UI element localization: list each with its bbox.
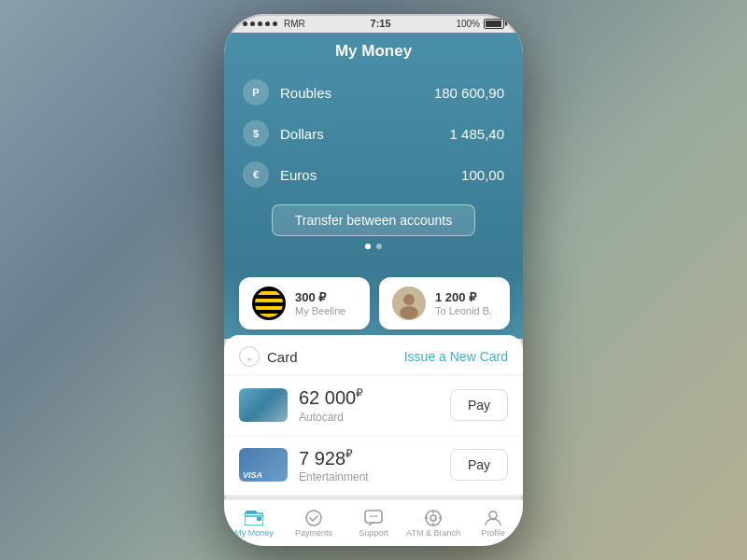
euros-amount: 100,00: [461, 167, 504, 183]
phone-shell: RMR 7:15 100% My Money P Roubles 180 600…: [224, 14, 523, 546]
quick-card-beeline[interactable]: 300 ₽ My Beeline: [239, 277, 370, 329]
quick-card-leonid[interactable]: 1 200 ₽ To Leonid B.: [379, 277, 510, 329]
screen: My Money P Roubles 180 600,90 $ Dollars …: [224, 33, 523, 546]
roubles-icon: P: [243, 79, 269, 105]
page-dot-2: [376, 244, 382, 249]
transfer-button-wrap: Transfer between accounts: [224, 204, 523, 236]
nav-item-support[interactable]: Support: [344, 510, 403, 538]
signal-dot-1: [243, 21, 247, 26]
entertainment-name: Entertainment: [299, 470, 439, 483]
page-indicator: [224, 244, 523, 249]
autocard-thumbnail: [239, 388, 288, 422]
issue-new-card-button[interactable]: Issue a New Card: [404, 349, 508, 364]
nav-item-payments[interactable]: Payments: [284, 510, 344, 538]
svg-point-11: [430, 515, 436, 521]
person-avatar-svg: [392, 287, 426, 320]
nav-label-atm: ATM & Branch: [406, 528, 460, 538]
signal-dot-5: [273, 21, 277, 26]
status-bar: RMR 7:15 100%: [224, 14, 523, 33]
carrier-label: RMR: [284, 19, 305, 29]
card-item-autocard: 62 000₽ Autocard Pay: [224, 375, 523, 436]
atm-icon: [423, 510, 444, 526]
svg-point-5: [306, 511, 321, 525]
chevron-down-icon[interactable]: ⌄: [239, 346, 260, 367]
card-header-left: ⌄ Card: [239, 346, 298, 367]
card-section: ⌄ Card Issue a New Card 62 000₽ Autocard…: [224, 335, 523, 496]
roubles-amount: 180 600,90: [434, 85, 504, 101]
support-icon: [363, 510, 384, 526]
top-section: My Money P Roubles 180 600,90 $ Dollars …: [224, 33, 523, 268]
svg-point-8: [373, 515, 374, 517]
entertainment-thumbnail: VISA: [239, 448, 288, 482]
bottom-navigation: My Money Payments: [224, 499, 523, 546]
svg-point-7: [370, 515, 372, 517]
leonid-label: To Leonid B.: [435, 305, 492, 316]
battery-icon: [484, 19, 504, 29]
nav-item-atm[interactable]: ATM & Branch: [403, 510, 463, 538]
page-title: My Money: [224, 42, 523, 61]
entertainment-amount: 7 928₽: [299, 447, 439, 469]
page-dot-1: [365, 244, 371, 249]
nav-label-profile: Profile: [481, 528, 505, 538]
visa-logo-text: VISA: [243, 470, 262, 480]
autocard-details: 62 000₽ Autocard: [299, 386, 439, 424]
person-avatar-icon: [392, 287, 426, 320]
nav-label-payments: Payments: [295, 528, 332, 538]
autocard-amount: 62 000₽: [299, 386, 439, 409]
quick-actions-row: 300 ₽ My Beeline 1 200 ₽ To Leonid B.: [224, 268, 523, 339]
autocard-name: Autocard: [299, 411, 439, 424]
nav-label-my-money: My Money: [234, 528, 274, 538]
profile-icon: [483, 510, 503, 526]
account-row-dollars: $ Dollars 1 485,40: [224, 113, 523, 154]
beeline-amount: 300 ₽: [295, 290, 345, 304]
card-section-label: Card: [267, 349, 298, 365]
account-row-euros: € Euros 100,00: [224, 154, 523, 195]
card-item-entertainment: VISA 7 928₽ Entertainment Pay: [224, 436, 523, 497]
dollars-icon: $: [243, 120, 269, 147]
svg-point-2: [400, 306, 418, 319]
transfer-between-accounts-button[interactable]: Transfer between accounts: [272, 204, 475, 236]
signal-dot-3: [258, 21, 262, 26]
leonid-info: 1 200 ₽ To Leonid B.: [435, 290, 492, 316]
signal-dot-4: [265, 21, 270, 26]
svg-rect-4: [257, 517, 261, 521]
nav-label-support: Support: [359, 528, 388, 538]
status-time: 7:15: [371, 18, 391, 29]
signal-dot-2: [250, 21, 255, 26]
status-right: 100%: [456, 19, 504, 29]
payments-icon: [303, 510, 324, 526]
svg-point-1: [403, 294, 415, 305]
svg-point-12: [489, 511, 497, 519]
beeline-stripes: [255, 289, 283, 317]
roubles-name: Roubles: [280, 85, 434, 101]
status-bar-left: RMR: [243, 19, 305, 29]
dollars-amount: 1 485,40: [450, 126, 504, 142]
battery-fill: [486, 21, 501, 27]
nav-item-profile[interactable]: Profile: [463, 510, 523, 538]
beeline-label: My Beeline: [295, 305, 345, 316]
nav-item-my-money[interactable]: My Money: [224, 510, 284, 538]
entertainment-pay-button[interactable]: Pay: [450, 449, 508, 481]
account-row-roubles: P Roubles 180 600,90: [224, 72, 523, 113]
battery-percent: 100%: [456, 19, 480, 29]
entertainment-details: 7 928₽ Entertainment: [299, 447, 439, 484]
euros-icon: €: [243, 161, 269, 188]
wallet-icon: [244, 510, 264, 526]
card-header: ⌄ Card Issue a New Card: [224, 335, 523, 375]
dollars-name: Dollars: [280, 126, 450, 142]
svg-point-9: [375, 515, 377, 517]
beeline-info: 300 ₽ My Beeline: [295, 290, 345, 316]
euros-name: Euros: [280, 167, 461, 183]
beeline-icon: [252, 287, 286, 320]
autocard-pay-button[interactable]: Pay: [450, 389, 508, 421]
leonid-amount: 1 200 ₽: [435, 290, 492, 304]
